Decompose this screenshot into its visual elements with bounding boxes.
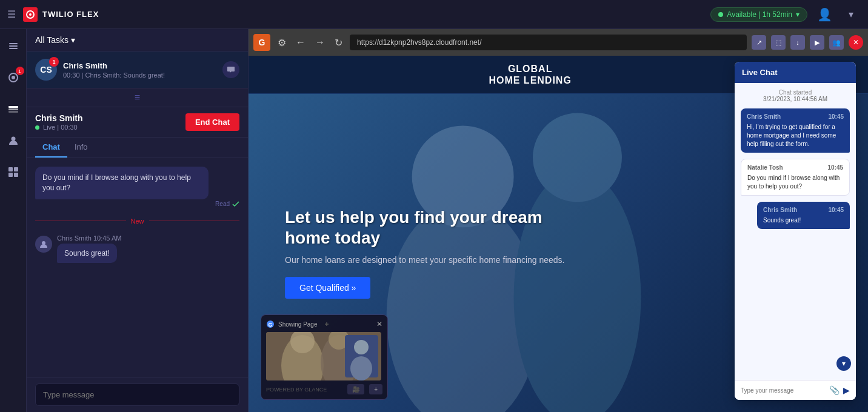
top-bar: ☰ TWILIO FLEX Available | 1h 52min ▾ 👤 ▾ xyxy=(0,0,868,29)
widget-msg-3: Chris Smith 10:45 Sounds great! xyxy=(741,202,850,229)
app-title: TWILIO FLEX xyxy=(42,10,99,19)
svg-point-10 xyxy=(11,137,15,141)
hamburger-menu[interactable]: ☰ xyxy=(7,8,16,20)
cobrowse-video-btn[interactable]: 🎥 xyxy=(347,384,364,394)
widget-msg-2: Natalie Tosh 10:45 Do you mind if I brow… xyxy=(741,159,850,196)
svg-rect-8 xyxy=(8,108,18,110)
customer-message-bubble: Sounds great! xyxy=(57,244,117,264)
end-chat-button[interactable]: End Chat xyxy=(185,113,239,131)
svg-point-6 xyxy=(12,76,15,79)
widget-customer-bubble: Chris Smith 10:45 Sounds great! xyxy=(757,202,850,229)
chat-input-area xyxy=(27,377,248,412)
website-mock: GLOBAL HOME LENDING ACCOUNTS ABOUT APP xyxy=(249,56,868,412)
svg-rect-12 xyxy=(14,167,18,171)
logo-icon xyxy=(23,7,38,22)
cobrowse-footer: POWERED BY GLANCE 🎥 + xyxy=(266,384,382,394)
chat-header: Chris Smith Live | 00:30 End Chat xyxy=(27,107,248,138)
divider-line-right xyxy=(149,221,240,221)
widget-agent-bubble-1: Chris Smith 10:45 Hi, I'm trying to get … xyxy=(741,108,850,153)
site-logo: GLOBAL HOME LENDING xyxy=(489,63,571,86)
customer-avatar xyxy=(35,236,52,253)
settings-button[interactable]: ⚙ xyxy=(275,35,289,51)
back-button[interactable]: ← xyxy=(293,35,308,50)
widget-attach-icon[interactable]: 📎 xyxy=(829,385,840,395)
favicon: G xyxy=(253,34,270,51)
task-badge: 1 xyxy=(49,57,59,67)
agent-message-bubble: Do you mind if I browse along with you t… xyxy=(35,167,209,199)
cobrowse-close[interactable]: ✕ xyxy=(376,320,382,328)
svg-point-1 xyxy=(29,13,32,16)
panel-divider: ≡ xyxy=(27,88,248,107)
chat-channel-icon xyxy=(222,61,239,78)
cobrowse-thumbnail xyxy=(266,332,381,380)
new-messages-divider: New xyxy=(35,218,239,225)
ext-users[interactable]: 👥 xyxy=(829,35,844,50)
widget-message-input[interactable] xyxy=(741,387,826,394)
forward-button[interactable]: → xyxy=(313,35,327,50)
widget-msg-1: Chris Smith 10:45 Hi, I'm trying to get … xyxy=(741,108,850,153)
agent-status-text: Available | 1h 52min xyxy=(727,10,792,19)
expand-icon[interactable]: ▾ xyxy=(841,5,861,24)
top-bar-left: ☰ TWILIO FLEX xyxy=(7,7,99,22)
task-info: Chris Smith 00:30 | Chris Smith: Sounds … xyxy=(63,61,216,79)
agent-profile[interactable]: 👤 xyxy=(815,5,834,24)
widget-scroll-button[interactable]: ▾ xyxy=(836,356,851,371)
ext-cast[interactable]: ⬚ xyxy=(771,35,786,50)
cobrowse-header: G Showing Page ✕ xyxy=(266,320,382,328)
svg-text:G: G xyxy=(268,322,272,328)
chat-contact-info: Chris Smith Live | 00:30 xyxy=(35,113,83,131)
svg-rect-11 xyxy=(8,167,13,171)
refresh-button[interactable]: ↻ xyxy=(332,35,345,51)
browser-content: GLOBAL HOME LENDING ACCOUNTS ABOUT APP xyxy=(249,56,868,412)
svg-rect-3 xyxy=(9,45,18,47)
hero-subtitle: Our home loans are designed to meet your… xyxy=(285,255,588,265)
task-header: All Tasks ▾ xyxy=(27,29,248,51)
get-qualified-button[interactable]: Get Qualified » xyxy=(285,277,370,299)
cobrowse-add-btn[interactable]: + xyxy=(369,384,382,394)
powered-by-label: POWERED BY GLANCE xyxy=(266,387,327,393)
tab-info[interactable]: Info xyxy=(67,138,95,158)
chat-input[interactable] xyxy=(35,384,239,406)
browser-toolbar: G ⚙ ← → ↻ ↗ ⬚ ↓ ▶ 👥 ✕ xyxy=(249,29,868,56)
live-chat-widget: Live Chat Chat started 3/21/2023, 10:44:… xyxy=(735,62,856,400)
tab-chat[interactable]: Chat xyxy=(35,138,67,158)
task-item[interactable]: CS 1 Chris Smith 00:30 | Chris Smith: So… xyxy=(27,51,248,88)
svg-point-28 xyxy=(354,340,369,354)
ext-video[interactable]: ▶ xyxy=(810,35,824,50)
agent-message: Do you mind if I browse along with you t… xyxy=(35,167,239,208)
sidebar-item-home[interactable] xyxy=(4,36,23,56)
chat-status: Live | 00:30 xyxy=(35,124,83,131)
address-bar[interactable] xyxy=(350,35,747,50)
status-chevron[interactable]: ▾ xyxy=(796,10,800,19)
sidebar-item-tasks[interactable]: 1 xyxy=(4,68,23,87)
chat-started-date: 3/21/2023, 10:44:56 AM xyxy=(741,96,850,102)
ext-download[interactable]: ↓ xyxy=(790,35,805,50)
ext-share[interactable]: ↗ xyxy=(752,35,766,50)
status-dot xyxy=(718,12,723,17)
chat-area: Chris Smith Live | 00:30 End Chat Chat I… xyxy=(27,107,248,412)
sidebar-item-grid[interactable] xyxy=(4,162,23,182)
sidebar-item-layers[interactable] xyxy=(4,99,23,119)
cobrowse-overlay: G Showing Page ✕ xyxy=(261,314,388,400)
svg-rect-13 xyxy=(8,173,13,177)
widget-send-icon[interactable]: ▶ xyxy=(843,385,850,395)
task-contact-name: Chris Smith xyxy=(63,61,216,70)
cobrowse-actions: 🎥 + xyxy=(347,384,382,394)
widget-header: Live Chat xyxy=(735,62,856,83)
task-avatar: CS 1 xyxy=(35,59,57,81)
app-logo: TWILIO FLEX xyxy=(23,7,99,22)
browser-close[interactable]: ✕ xyxy=(849,35,863,50)
task-time: 00:30 xyxy=(63,71,80,79)
all-tasks-button[interactable]: All Tasks ▾ xyxy=(35,35,75,45)
hero-title: Let us help you find your dream home tod… xyxy=(285,207,588,248)
chat-started-label: Chat started xyxy=(741,89,850,96)
agent-status-badge[interactable]: Available | 1h 52min ▾ xyxy=(710,7,807,22)
all-tasks-chevron: ▾ xyxy=(71,35,75,45)
panel-handle-icon: ≡ xyxy=(135,92,140,103)
sidebar-item-contacts[interactable] xyxy=(4,131,23,150)
cobrowse-label: Showing Page xyxy=(278,321,318,328)
widget-input-area: 📎 ▶ xyxy=(735,380,856,400)
svg-point-29 xyxy=(350,356,372,380)
main-layout: 1 All Tasks ▾ CS 1 Chris Smith xyxy=(0,29,868,412)
msg-read-status: Read xyxy=(35,201,239,208)
